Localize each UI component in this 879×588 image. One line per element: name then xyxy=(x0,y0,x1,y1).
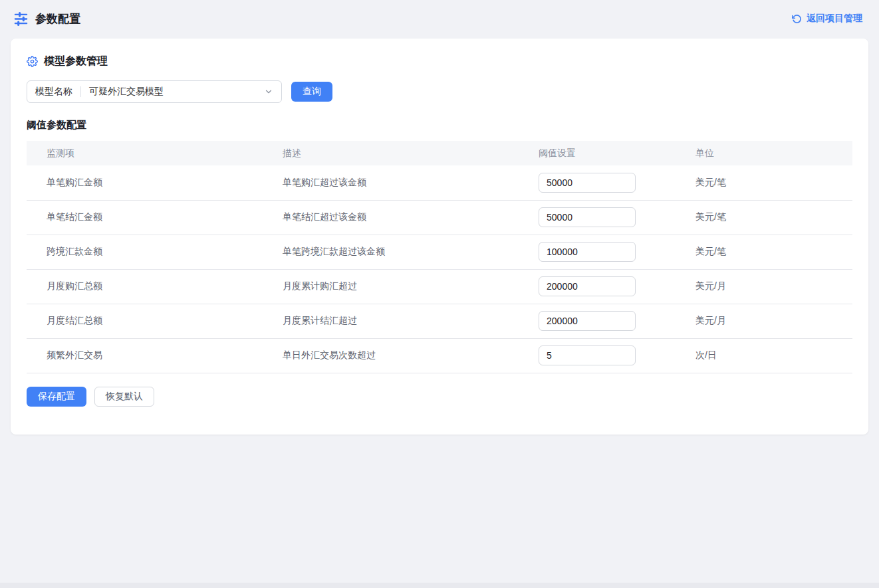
query-bar: 模型名称 可疑外汇交易模型 查询 xyxy=(27,80,852,103)
query-button[interactable]: 查询 xyxy=(291,82,332,102)
undo-arrow-icon xyxy=(792,14,802,24)
save-config-button[interactable]: 保存配置 xyxy=(27,387,86,407)
row-unit: 次/日 xyxy=(695,338,852,373)
table-row: 单笔结汇金额 单笔结汇超过该金额 美元/笔 xyxy=(27,200,852,235)
col-header-item: 监测项 xyxy=(27,141,283,165)
row-unit: 美元/笔 xyxy=(695,200,852,235)
table-row: 月度结汇总额 月度累计结汇超过 美元/月 xyxy=(27,304,852,338)
row-item-label: 跨境汇款金额 xyxy=(27,235,283,269)
row-unit: 美元/月 xyxy=(695,269,852,304)
row-item-label: 单笔结汇金额 xyxy=(27,200,283,235)
threshold-input[interactable] xyxy=(539,345,636,365)
row-item-label: 月度结汇总额 xyxy=(27,304,283,338)
row-unit: 美元/笔 xyxy=(695,235,852,269)
panel-title-row: 模型参数管理 xyxy=(27,54,852,68)
table-row: 月度购汇总额 月度累计购汇超过 美元/月 xyxy=(27,269,852,304)
page-header-left: 参数配置 xyxy=(13,11,80,27)
threshold-input[interactable] xyxy=(539,276,636,296)
row-item-label: 频繁外汇交易 xyxy=(27,338,283,373)
row-description: 单笔购汇超过该金额 xyxy=(283,165,539,200)
table-row: 单笔购汇金额 单笔购汇超过该金额 美元/笔 xyxy=(27,165,852,200)
restore-defaults-button[interactable]: 恢复默认 xyxy=(94,387,154,407)
model-select-value: 可疑外汇交易模型 xyxy=(89,86,264,98)
col-header-description: 描述 xyxy=(283,141,539,165)
gear-icon xyxy=(27,56,38,67)
back-link-label: 返回项目管理 xyxy=(807,13,862,25)
model-name-select[interactable]: 模型名称 可疑外汇交易模型 xyxy=(27,80,282,103)
panel-title: 模型参数管理 xyxy=(44,54,108,68)
back-to-projects-link[interactable]: 返回项目管理 xyxy=(792,13,862,25)
table-row: 频繁外汇交易 单日外汇交易次数超过 次/日 xyxy=(27,338,852,373)
threshold-input[interactable] xyxy=(539,207,636,227)
model-select-label: 模型名称 xyxy=(35,86,72,98)
col-header-unit: 单位 xyxy=(695,141,852,165)
sliders-icon xyxy=(13,11,29,27)
threshold-input[interactable] xyxy=(539,173,636,193)
threshold-section-title: 阈值参数配置 xyxy=(27,119,852,132)
row-item-label: 月度购汇总额 xyxy=(27,269,283,304)
bottom-scrollbar-track xyxy=(0,583,879,588)
row-description: 单笔跨境汇款超过该金额 xyxy=(283,235,539,269)
threshold-table: 监测项 描述 阈值设置 单位 单笔购汇金额 单笔购汇超过该金额 美元/笔 单笔结… xyxy=(27,141,852,373)
table-body: 单笔购汇金额 单笔购汇超过该金额 美元/笔 单笔结汇金额 单笔结汇超过该金额 美… xyxy=(27,165,852,373)
threshold-input[interactable] xyxy=(539,311,636,331)
row-description: 月度累计购汇超过 xyxy=(283,269,539,304)
model-parameter-card: 模型参数管理 模型名称 可疑外汇交易模型 查询 阈值参数配置 监测项 描述 阈值… xyxy=(11,39,868,435)
row-item-label: 单笔购汇金额 xyxy=(27,165,283,200)
actions-row: 保存配置 恢复默认 xyxy=(27,387,852,407)
page-title: 参数配置 xyxy=(35,11,80,27)
col-header-threshold: 阈值设置 xyxy=(539,141,695,165)
row-unit: 美元/月 xyxy=(695,304,852,338)
table-header-row: 监测项 描述 阈值设置 单位 xyxy=(27,141,852,165)
table-row: 跨境汇款金额 单笔跨境汇款超过该金额 美元/笔 xyxy=(27,235,852,269)
select-divider xyxy=(80,86,81,97)
page-header: 参数配置 返回项目管理 xyxy=(0,0,879,37)
threshold-input[interactable] xyxy=(539,242,636,262)
row-unit: 美元/笔 xyxy=(695,165,852,200)
row-description: 单笔结汇超过该金额 xyxy=(283,200,539,235)
row-description: 月度累计结汇超过 xyxy=(283,304,539,338)
row-description: 单日外汇交易次数超过 xyxy=(283,338,539,373)
chevron-down-icon xyxy=(264,87,273,96)
